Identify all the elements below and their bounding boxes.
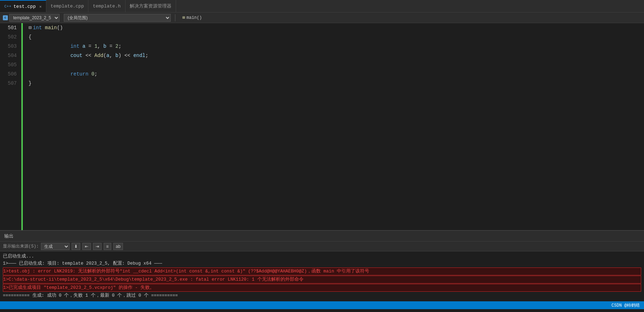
output-line-6: ========== 生成: 成功 0 个，失败 1 个，最新 0 个，跳过 0… — [3, 293, 178, 298]
output-btn-3[interactable]: ⇥ — [93, 243, 102, 250]
output-icon-3: ⇥ — [96, 244, 99, 249]
toolbar-separator — [175, 14, 175, 21]
code-line-501: ⊟int main() — [29, 23, 644, 32]
output-line-2: 1>——— 已启动生成: 项目: template 2023_2_5, 配置: … — [3, 261, 162, 266]
output-icon-1: ⬇ — [74, 244, 78, 249]
tab-label-template-cpp: template.cpp — [51, 4, 84, 9]
file-dropdown[interactable]: template_2023_2_5 — [9, 14, 60, 22]
status-bar: CSDN @柿鹤晴 — [0, 301, 644, 309]
code-area[interactable]: ⊟int main() { int a = 1, b = 2; cout << … — [23, 23, 644, 230]
line-num-503: 503 — [0, 42, 17, 51]
tab-test-cpp[interactable]: C++ test.cpp ✕ — [0, 0, 46, 12]
line-num-505: 505 — [0, 60, 17, 69]
code-line-507: } — [29, 79, 644, 88]
output-icon-4: ≡ — [106, 244, 109, 249]
func-icon: ⊞ — [182, 15, 185, 20]
func-label: main() — [186, 15, 202, 20]
output-error-1: 1>test.obj : error LNK2019: 无法解析的外部符号"in… — [3, 269, 369, 274]
output-content: 已启动生成... 1>——— 已启动生成: 项目: template 2023_… — [0, 251, 644, 301]
output-btn-1[interactable]: ⬇ — [72, 243, 80, 250]
status-label: CSDN @柿鹤晴 — [612, 302, 640, 308]
output-panel: 输出 显示输出来源(S): 生成 ⬇ ⇤ ⇥ ≡ ab 已启动生成... 1>—… — [0, 230, 644, 301]
toolbar: C template_2023_2_5 (全局范围) ⊞ main() — [0, 12, 644, 23]
output-icon-2: ⇤ — [85, 244, 88, 249]
output-toolbar: 显示输出来源(S): 生成 ⬇ ⇤ ⇥ ≡ ab — [0, 241, 644, 251]
tab-bar: C++ test.cpp ✕ template.cpp template.h 解… — [0, 0, 644, 12]
output-title: 输出 — [4, 233, 14, 239]
code-line-505 — [29, 60, 644, 69]
func-indicator: ⊞ main() — [182, 15, 202, 20]
tab-solution-explorer[interactable]: 解决方案资源管理器 — [125, 0, 176, 12]
file-type-icon: C — [3, 15, 8, 20]
tab-close-test[interactable]: ✕ — [39, 4, 42, 9]
output-source-select[interactable]: 生成 — [41, 243, 69, 250]
output-source-label: 显示输出来源(S): — [3, 243, 39, 249]
output-btn-5[interactable]: ab — [113, 243, 123, 250]
output-error-2: 1>C:\data-struct-ii\template_2023_2_5\x6… — [3, 277, 304, 282]
output-header: 输出 — [0, 231, 644, 241]
output-error-3: 1>已完成生成项目 "template_2023_2_5.vcxproj" 的操… — [3, 285, 154, 290]
output-line-1: 已启动生成... — [3, 254, 34, 259]
code-line-503: int a = 1, b = 2; — [29, 42, 644, 51]
code-line-506: return 0; — [29, 69, 644, 79]
tab-template-cpp[interactable]: template.cpp — [46, 0, 89, 12]
tab-label-template-h: template.h — [93, 4, 120, 9]
collapse-icon-501[interactable]: ⊟ — [29, 23, 31, 32]
line-num-501: 501 — [0, 23, 17, 32]
line-numbers: 501 502 503 504 505 506 507 — [0, 23, 21, 230]
scope-dropdown[interactable]: (全局范围) — [64, 14, 171, 22]
tab-label-test: test.cpp — [14, 4, 36, 9]
output-line-4-error: 1>C:\data-struct-ii\template_2023_2_5\x6… — [3, 276, 641, 284]
tab-icon-test: C++ — [4, 4, 11, 9]
line-num-507: 507 — [0, 79, 17, 88]
output-btn-2[interactable]: ⇤ — [82, 243, 91, 250]
output-icon-5: ab — [116, 244, 120, 249]
tab-template-h[interactable]: template.h — [88, 0, 125, 12]
output-btn-4[interactable]: ≡ — [104, 243, 111, 250]
code-line-502: { — [29, 32, 644, 42]
line-num-502: 502 — [0, 32, 17, 42]
code-line-504: cout << Add(a, b) << endl; — [29, 51, 644, 60]
output-line-5-error: 1>已完成生成项目 "template_2023_2_5.vcxproj" 的操… — [3, 284, 641, 292]
file-label: C template_2023_2_5 — [3, 14, 60, 22]
editor-container: 501 502 503 504 505 506 507 ⊟int main() … — [0, 23, 644, 230]
line-num-506: 506 — [0, 69, 17, 79]
tab-label-solution: 解决方案资源管理器 — [130, 3, 171, 9]
output-line-3-error: 1>test.obj : error LNK2019: 无法解析的外部符号"in… — [3, 267, 641, 275]
line-num-504: 504 — [0, 51, 17, 60]
